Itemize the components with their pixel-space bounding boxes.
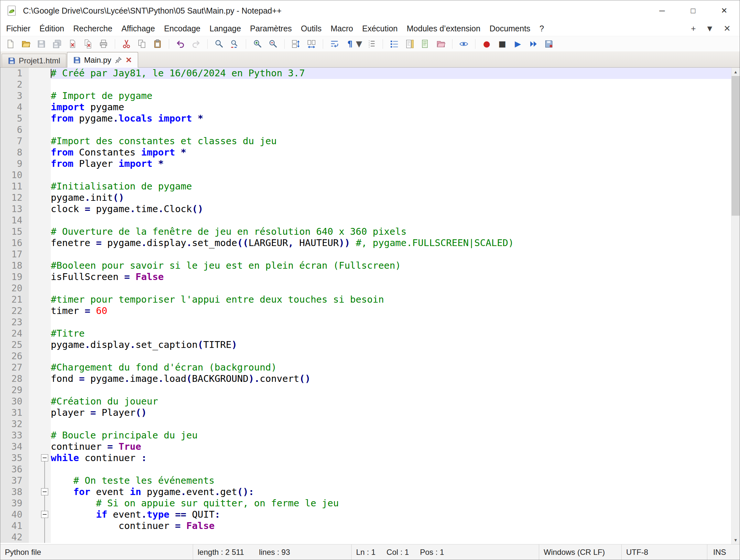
zoom-in-button[interactable] xyxy=(251,37,264,51)
line-number[interactable]: 36 xyxy=(0,464,29,475)
line-number[interactable]: 9 xyxy=(0,158,29,169)
macro-run-multiple-button[interactable] xyxy=(527,37,540,51)
line-number[interactable]: 21 xyxy=(0,294,29,305)
code-line[interactable]: for event in pygame.event.get(): xyxy=(51,486,731,497)
line-number[interactable]: 22 xyxy=(0,305,29,316)
status-eol-format[interactable]: Windows (CR LF) xyxy=(539,545,621,560)
line-number[interactable]: 35 xyxy=(0,452,29,464)
cut-button[interactable] xyxy=(120,37,133,51)
save-all-button[interactable] xyxy=(50,37,64,51)
redo-button[interactable] xyxy=(189,37,203,51)
menu-edition[interactable]: Édition xyxy=(35,21,69,36)
line-number[interactable]: 20 xyxy=(0,283,29,294)
line-number[interactable]: 15 xyxy=(0,226,29,237)
code-line[interactable] xyxy=(51,215,731,226)
paste-button[interactable] xyxy=(151,37,164,51)
line-number[interactable]: 3 xyxy=(0,90,29,101)
maximize-button[interactable]: □ xyxy=(677,0,709,21)
word-wrap-button[interactable] xyxy=(328,37,341,51)
code-line[interactable]: timer = 60 xyxy=(51,305,731,316)
sync-vertical-button[interactable] xyxy=(289,37,303,51)
new-file-button[interactable] xyxy=(4,37,17,51)
code-line[interactable]: if event.type == QUIT: xyxy=(51,509,731,520)
tab-main-py[interactable]: Main.py✕ xyxy=(67,52,138,68)
code-line[interactable]: from Constantes import * xyxy=(51,147,731,158)
plus-icon[interactable]: + xyxy=(691,24,696,33)
line-number[interactable]: 30 xyxy=(0,396,29,407)
line-number[interactable]: 16 xyxy=(0,237,29,249)
line-number[interactable]: 24 xyxy=(0,328,29,339)
close-all-button[interactable] xyxy=(81,37,95,51)
pin-icon[interactable] xyxy=(114,56,122,64)
line-number[interactable]: 8 xyxy=(0,147,29,158)
line-number[interactable]: 11 xyxy=(0,181,29,192)
status-doc-type[interactable]: Python file xyxy=(0,545,193,560)
line-number[interactable]: 1 xyxy=(0,68,29,79)
copy-button[interactable] xyxy=(135,37,149,51)
menu-documents[interactable]: Documents xyxy=(485,21,535,36)
menu-execution[interactable]: Exécution xyxy=(358,21,402,36)
function-list-button[interactable] xyxy=(387,37,401,51)
line-number[interactable]: 31 xyxy=(0,407,29,418)
line-number[interactable]: 25 xyxy=(0,339,29,351)
macro-stop-button[interactable]: ■ xyxy=(495,37,509,51)
code-line[interactable]: pygame.display.set_caption(TITRE) xyxy=(51,339,731,351)
line-number[interactable]: 6 xyxy=(0,124,29,135)
save-file-button[interactable] xyxy=(34,37,48,51)
code-line[interactable]: continuer = False xyxy=(51,520,731,532)
tab-list-dropdown-icon[interactable]: ▼ xyxy=(706,24,714,33)
status-insert-mode[interactable]: INS xyxy=(707,545,740,560)
sync-horizontal-button[interactable] xyxy=(305,37,318,51)
code-line[interactable]: isFullScreen = False xyxy=(51,271,731,283)
line-number[interactable]: 33 xyxy=(0,430,29,441)
menu-langage[interactable]: Langage xyxy=(205,21,246,36)
line-number[interactable]: 40 xyxy=(0,509,29,520)
close-button[interactable]: ✕ xyxy=(709,0,740,21)
line-number[interactable]: 13 xyxy=(0,203,29,215)
code-line[interactable]: #Titre xyxy=(51,328,731,339)
tab-projet1-html[interactable]: Projet1.html xyxy=(2,54,66,67)
close-file-button[interactable] xyxy=(66,37,79,51)
editor-lines[interactable]: 1# Créé par Jay81, le 16/06/2024 en Pyth… xyxy=(0,68,731,544)
line-number[interactable]: 5 xyxy=(0,113,29,124)
document-list-button[interactable] xyxy=(419,37,432,51)
vertical-scrollbar[interactable]: ▲ ▼ xyxy=(731,68,740,544)
monitoring-button[interactable] xyxy=(457,37,471,51)
line-number[interactable]: 32 xyxy=(0,418,29,430)
menu-modules-d-extension[interactable]: Modules d’extension xyxy=(402,21,485,36)
line-number[interactable]: 37 xyxy=(0,475,29,486)
line-number[interactable]: 2 xyxy=(0,79,29,90)
menu-parametres[interactable]: Paramètres xyxy=(246,21,296,36)
zoom-out-button[interactable] xyxy=(266,37,280,51)
line-number[interactable]: 4 xyxy=(0,101,29,113)
menu-affichage[interactable]: Affichage xyxy=(117,21,160,36)
line-number[interactable]: 14 xyxy=(0,215,29,226)
folder-as-workspace-button[interactable] xyxy=(434,37,448,51)
menu-item[interactable]: ? xyxy=(535,21,549,36)
menu-outils[interactable]: Outils xyxy=(296,21,326,36)
code-line[interactable]: from pygame.locals import * xyxy=(51,113,731,124)
line-number[interactable]: 27 xyxy=(0,362,29,373)
menu-encodage[interactable]: Encodage xyxy=(160,21,205,36)
code-line[interactable]: #Import des constantes et classes du jeu xyxy=(51,135,731,147)
code-line[interactable] xyxy=(51,464,731,475)
code-line[interactable] xyxy=(51,169,731,181)
tab-close-icon[interactable]: ✕ xyxy=(125,56,132,64)
code-line[interactable] xyxy=(51,384,731,396)
minimize-button[interactable]: ─ xyxy=(647,0,677,21)
print-button[interactable] xyxy=(97,37,110,51)
code-line[interactable]: #Création du joueur xyxy=(51,396,731,407)
fold-collapse-icon[interactable] xyxy=(41,454,48,461)
code-line[interactable] xyxy=(51,351,731,362)
status-encoding[interactable]: UTF-8 xyxy=(621,545,707,560)
code-line[interactable]: #Chargement du fond d'écran (background) xyxy=(51,362,731,373)
code-line[interactable] xyxy=(51,418,731,430)
scrollbar-thumb[interactable] xyxy=(732,76,740,216)
code-line[interactable]: # On teste les événements xyxy=(51,475,731,486)
line-number[interactable]: 19 xyxy=(0,271,29,283)
code-line[interactable]: # Import de pygame xyxy=(51,90,731,101)
scroll-down-arrow-icon[interactable]: ▼ xyxy=(732,536,740,544)
code-line[interactable]: fond = pygame.image.load(BACKGROUND).con… xyxy=(51,373,731,384)
line-number[interactable]: 41 xyxy=(0,520,29,532)
line-number[interactable]: 29 xyxy=(0,384,29,396)
